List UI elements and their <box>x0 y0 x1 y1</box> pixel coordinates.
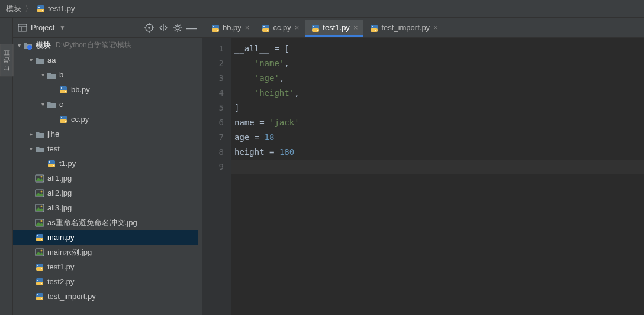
tab-cc-py[interactable]: cc.py × <box>255 20 305 37</box>
tree-file-test1-py[interactable]: ▸ test1.py <box>13 259 198 274</box>
tree-label: aa <box>47 56 56 64</box>
line-number: 6 <box>202 115 224 130</box>
code-line[interactable]: 'height', <box>231 86 644 100</box>
project-panel-title[interactable]: Project <box>31 23 54 32</box>
line-number: 2 <box>202 56 224 71</box>
code-line[interactable]: 'name', <box>231 56 644 71</box>
python-icon <box>34 292 45 301</box>
project-tree[interactable]: ▾ 模块 D:\Python自学笔记\模块 ▾ aa ▾ b ▸ <box>13 38 198 315</box>
close-icon[interactable]: × <box>433 23 438 32</box>
tree-label: all3.jpg <box>47 203 72 212</box>
chevron-down-icon[interactable]: ▼ <box>59 24 65 31</box>
folder-icon <box>34 129 45 139</box>
chevron-right-icon[interactable]: ▸ <box>27 131 34 137</box>
tree-file-all3-jpg[interactable]: ▸ all3.jpg <box>13 200 198 215</box>
code-lines[interactable]: __all__ = [ 'name', 'age', 'height',]nam… <box>231 38 644 315</box>
tree-label: test <box>47 144 60 153</box>
tree-label: main示例.jpg <box>47 247 92 258</box>
tree-label: all1.jpg <box>47 174 72 183</box>
tree-label: c <box>59 100 63 109</box>
tool-window-tab-project[interactable]: 1: 项目 <box>0 44 13 76</box>
tree-file-all1-jpg[interactable]: ▸ all1.jpg <box>13 171 198 186</box>
tree-label: bb.py <box>71 85 90 94</box>
editor-tabs: bb.py × cc.py × test1.py × test_import.p… <box>202 18 644 38</box>
code-line[interactable]: ] <box>231 100 644 115</box>
project-view-icon <box>18 23 27 33</box>
breadcrumb-file[interactable]: test1.py <box>48 4 75 13</box>
folder-icon <box>46 70 57 80</box>
expand-all-icon[interactable] <box>158 22 169 33</box>
module-folder-icon <box>22 41 33 50</box>
line-number: 9 <box>202 160 224 174</box>
tree-file-as-jpg[interactable]: ▸ as重命名避免命名冲突.jpg <box>13 215 198 230</box>
gear-icon[interactable] <box>172 22 183 33</box>
image-icon <box>34 248 45 257</box>
tree-file-bb-py[interactable]: ▸ bb.py <box>13 82 198 97</box>
tree-file-cc-py[interactable]: ▸ cc.py <box>13 112 198 126</box>
tree-label: main.py <box>47 233 75 242</box>
breadcrumb-separator: 〉 <box>25 4 33 14</box>
python-icon <box>211 24 219 32</box>
python-icon <box>58 115 69 124</box>
tree-label: jihe <box>47 129 59 138</box>
tree-label: as重命名避免命名冲突.jpg <box>47 217 137 228</box>
image-icon <box>34 189 45 198</box>
tree-file-main-py[interactable]: ▸ main.py <box>13 230 198 245</box>
line-number: 3 <box>202 71 224 86</box>
tab-bb-py[interactable]: bb.py × <box>205 20 255 37</box>
tab-test1-py[interactable]: test1.py × <box>305 20 363 37</box>
tree-label: test2.py <box>47 277 75 286</box>
code-editor[interactable]: 123456789 __all__ = [ 'name', 'age', 'he… <box>202 38 644 315</box>
tree-label: b <box>59 70 63 79</box>
chevron-down-icon[interactable]: ▾ <box>15 42 22 48</box>
image-icon <box>34 203 45 213</box>
image-icon <box>34 218 45 228</box>
chevron-down-icon[interactable]: ▾ <box>27 57 34 63</box>
tab-label: bb.py <box>223 23 242 32</box>
project-panel-header: Project ▼ — <box>13 18 202 38</box>
code-line[interactable]: __all__ = [ <box>231 41 644 56</box>
chevron-down-icon[interactable]: ▾ <box>39 101 46 108</box>
tab-test-import-py[interactable]: test_import.py × <box>363 20 443 37</box>
python-icon <box>34 277 45 287</box>
close-icon[interactable]: × <box>295 23 300 32</box>
tree-file-t1-py[interactable]: ▸ t1.py <box>13 156 198 171</box>
line-number-gutter: 123456789 <box>202 38 231 315</box>
close-icon[interactable]: × <box>353 23 358 32</box>
tree-label: test_import.py <box>47 292 96 301</box>
tree-file-main-ex-jpg[interactable]: ▸ main示例.jpg <box>13 245 198 259</box>
tree-label: 模块 <box>36 40 51 51</box>
project-panel: Project ▼ — ▾ 模块 D:\Python自学笔记\模块 ▾ aa <box>13 18 202 315</box>
python-icon <box>34 262 45 272</box>
chevron-down-icon[interactable]: ▾ <box>39 72 46 78</box>
tool-window-strip-left: 1: 项目 <box>0 18 13 315</box>
python-icon <box>46 159 57 168</box>
tree-folder-c[interactable]: ▾ c <box>13 97 198 112</box>
tree-file-all2-jpg[interactable]: ▸ all2.jpg <box>13 186 198 200</box>
tree-file-test-import-py[interactable]: ▸ test_import.py <box>13 289 198 304</box>
python-icon <box>34 233 45 242</box>
tree-folder-jihe[interactable]: ▸ jihe <box>13 126 198 141</box>
python-icon <box>369 24 378 32</box>
tree-folder-b[interactable]: ▾ b <box>13 67 198 82</box>
code-line[interactable] <box>231 160 644 174</box>
locate-icon[interactable] <box>144 22 154 33</box>
tree-folder-aa[interactable]: ▾ aa <box>13 53 198 67</box>
code-line[interactable]: age = 18 <box>231 130 644 145</box>
hide-panel-icon[interactable]: — <box>186 22 197 33</box>
code-line[interactable]: 'age', <box>231 71 644 86</box>
tree-root[interactable]: ▾ 模块 D:\Python自学笔记\模块 <box>13 38 198 53</box>
line-number: 8 <box>202 145 224 160</box>
line-number: 4 <box>202 86 224 100</box>
code-line[interactable]: name = 'jack' <box>231 115 644 130</box>
breadcrumb-root[interactable]: 模块 <box>6 4 21 14</box>
folder-icon <box>34 56 45 65</box>
chevron-down-icon[interactable]: ▾ <box>27 145 34 152</box>
close-icon[interactable]: × <box>245 23 250 32</box>
tree-file-test2-py[interactable]: ▸ test2.py <box>13 274 198 289</box>
python-icon <box>58 85 69 95</box>
code-line[interactable]: height = 180 <box>231 145 644 160</box>
python-icon <box>36 4 46 14</box>
tree-folder-test[interactable]: ▾ test <box>13 141 198 156</box>
folder-icon <box>46 100 57 109</box>
